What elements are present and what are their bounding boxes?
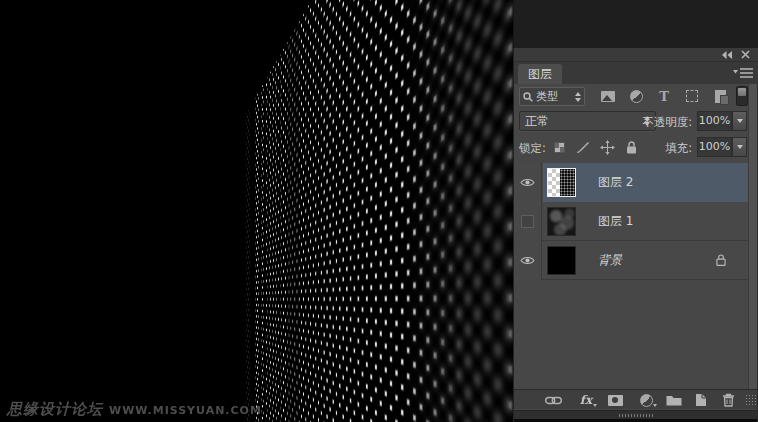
lock-label: 锁定: — [519, 141, 546, 156]
lock-image-pixels-icon[interactable] — [574, 138, 592, 156]
link-layers-icon[interactable] — [542, 392, 564, 408]
drag-handle-icon — [619, 414, 653, 417]
panel-resize-grip[interactable] — [745, 394, 757, 406]
filter-kind-label: 类型 — [536, 89, 572, 104]
watermark-url: WWW.MISSYUAN.COM — [109, 404, 262, 417]
add-layer-mask-icon[interactable] — [604, 392, 626, 408]
halftone-pattern-blurred — [242, 0, 513, 422]
layer-thumbnail[interactable] — [547, 246, 576, 275]
visibility-toggle[interactable] — [514, 241, 542, 280]
opacity-value-field[interactable]: 100% — [697, 111, 732, 131]
delete-layer-icon[interactable] — [717, 392, 739, 408]
layer-style-arrow-icon — [593, 404, 597, 407]
fill-value-field[interactable]: 100% — [697, 137, 732, 157]
photoshop-window: 思缘设计论坛WWW.MISSYUAN.COM 图层 — [0, 0, 758, 422]
layers-panel: 图层 类型 T 正常 不 — [513, 48, 758, 422]
blend-mode-value: 正常 — [525, 113, 644, 130]
layer-row-background[interactable]: 背景 — [514, 241, 748, 280]
hidden-eye-box — [521, 215, 534, 228]
filter-on-off-toggle[interactable] — [736, 86, 748, 106]
panel-group-bar — [514, 48, 758, 62]
new-group-icon[interactable] — [663, 392, 685, 408]
filter-type-layers-icon[interactable]: T — [654, 87, 674, 105]
left-fade-shadow — [120, 0, 260, 422]
visibility-toggle[interactable] — [514, 202, 542, 241]
app-background — [513, 0, 758, 48]
filter-adjustment-layers-icon[interactable] — [626, 87, 646, 105]
layer-name[interactable]: 背景 — [598, 252, 622, 269]
close-panel-icon[interactable] — [741, 50, 751, 60]
blend-mode-dropdown[interactable]: 正常 — [519, 111, 656, 131]
layers-bottom-toolbar: fx — [514, 389, 758, 409]
adjustment-arrow-icon — [653, 404, 657, 407]
watermark-site-name: 思缘设计论坛 — [7, 400, 103, 418]
opacity-label: 不透明度: — [642, 115, 692, 130]
watermark: 思缘设计论坛WWW.MISSYUAN.COM — [7, 399, 262, 419]
panel-menu-icon[interactable] — [733, 67, 753, 79]
transparency-checker — [548, 169, 560, 197]
lock-transparent-pixels-icon[interactable] — [550, 138, 568, 156]
fill-dropdown-button[interactable] — [732, 137, 747, 157]
filter-pixel-layers-icon[interactable] — [598, 87, 618, 105]
filter-kind-dropdown[interactable]: 类型 — [519, 87, 585, 106]
panel-drag-strip[interactable] — [514, 410, 758, 419]
updown-arrows-icon — [575, 92, 581, 102]
layer-name[interactable]: 图层 1 — [598, 213, 633, 230]
new-layer-icon[interactable] — [690, 392, 712, 408]
lock-position-icon[interactable] — [598, 138, 616, 156]
panel-body: 类型 T 正常 不透明度: 100% 锁定: — [514, 84, 758, 422]
filter-smart-object-icon[interactable] — [710, 87, 730, 105]
layer-thumbnail[interactable] — [547, 207, 576, 236]
lock-all-icon[interactable] — [622, 138, 640, 156]
search-icon — [523, 92, 533, 102]
tab-layers[interactable]: 图层 — [518, 64, 562, 84]
filter-shape-layers-icon[interactable] — [682, 87, 702, 105]
layer-thumbnail[interactable] — [547, 168, 576, 197]
fill-label: 填充: — [665, 141, 692, 156]
layer-row-layer1[interactable]: 图层 1 — [514, 202, 748, 241]
document-canvas[interactable]: 思缘设计论坛WWW.MISSYUAN.COM — [0, 0, 513, 422]
eye-icon — [520, 255, 535, 266]
scrollbar-track[interactable] — [748, 84, 757, 389]
background-lock-icon — [716, 254, 726, 266]
pattern-preview — [560, 169, 576, 197]
panel-tab-bar: 图层 — [514, 62, 758, 84]
layer-row-layer2[interactable]: 图层 2 — [514, 163, 748, 202]
eye-icon — [520, 177, 535, 188]
collapse-panel-icon[interactable] — [721, 51, 733, 59]
opacity-dropdown-button[interactable] — [732, 111, 747, 131]
layer-name[interactable]: 图层 2 — [598, 174, 633, 191]
visibility-toggle[interactable] — [514, 163, 542, 202]
